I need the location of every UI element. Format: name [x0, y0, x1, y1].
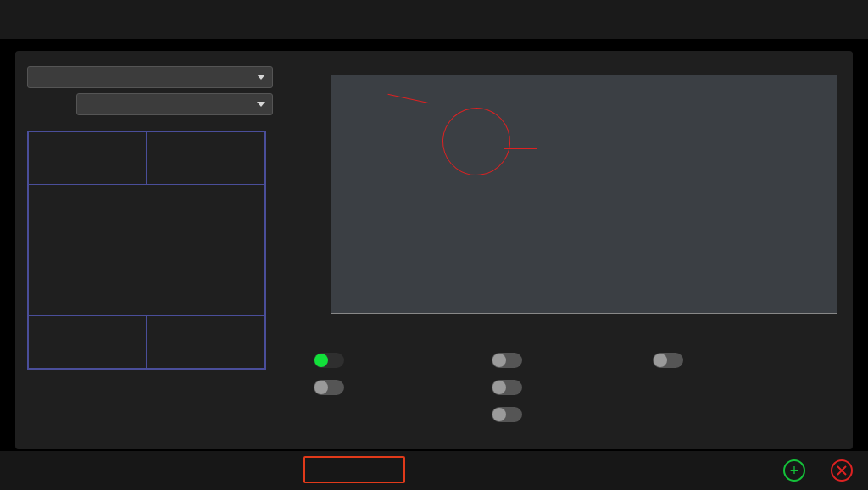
metric-select[interactable] [27, 66, 273, 88]
chart-top-percents [331, 59, 837, 73]
toggle-la-distance[interactable] [314, 380, 483, 395]
switch-off-icon [653, 353, 683, 368]
chart-xticks [331, 319, 837, 334]
refresh-button[interactable] [303, 456, 405, 483]
zone-inner-grid [78, 185, 219, 316]
plus-icon: + [783, 459, 805, 482]
zone-outer-bl[interactable] [29, 315, 147, 368]
switch-off-icon [492, 407, 522, 422]
toggle-hard-hits[interactable] [653, 353, 865, 368]
chart-yticks [303, 75, 324, 314]
chevron-down-icon [257, 75, 265, 80]
chart-area [288, 59, 841, 339]
main-panel [15, 51, 853, 449]
summary-avg-la [653, 380, 865, 395]
zone-outer-tr[interactable] [147, 132, 264, 185]
switch-off-icon [492, 380, 522, 395]
chart-plot[interactable] [331, 75, 837, 314]
toggle-la-velocity[interactable] [314, 353, 483, 368]
strike-zone-grid [27, 131, 266, 370]
header-bar [0, 0, 868, 39]
toggle-la-avg[interactable] [492, 380, 644, 395]
email-print-button[interactable]: + [776, 459, 805, 482]
switch-off-icon [314, 380, 344, 395]
footer-bar: + [0, 451, 868, 490]
toggle-la-slg[interactable] [492, 407, 644, 422]
switch-off-icon [492, 353, 522, 368]
close-button[interactable] [824, 459, 853, 482]
chevron-down-icon [257, 102, 265, 107]
summary-avg-dist [653, 407, 865, 422]
zone-outer-br[interactable] [147, 315, 264, 368]
annotation-arrow-2 [504, 148, 537, 149]
zone-outer-tl[interactable] [29, 132, 147, 185]
chart-svg [331, 75, 837, 313]
bats-select[interactable] [76, 93, 273, 115]
close-icon [831, 459, 853, 482]
toggle-la-hha[interactable] [492, 353, 644, 368]
left-column [27, 59, 273, 370]
switch-on-icon [314, 353, 344, 368]
toggle-grid [314, 353, 836, 422]
